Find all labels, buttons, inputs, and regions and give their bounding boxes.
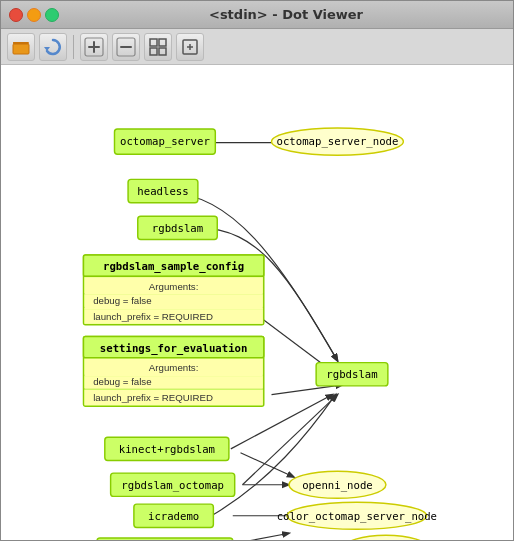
node-octomap-server-label: octomap_server	[120, 135, 210, 148]
node-settings-args-label: Arguments:	[149, 362, 199, 373]
node-rgbdslam-octomap-label: rgbdslam_octomap	[121, 479, 224, 492]
graph-svg: octomap_server octomap_server_node headl…	[1, 65, 513, 540]
node-settings-debug: debug = false	[93, 376, 151, 387]
titlebar: <stdin> - Dot Viewer	[1, 1, 513, 29]
zoom-out-button[interactable]	[112, 33, 140, 61]
node-sample-debug: debug = false	[93, 295, 151, 306]
svg-rect-1	[13, 44, 29, 54]
node-headless-label: headless	[137, 185, 188, 198]
toolbar-separator-1	[73, 35, 74, 59]
node-settings-prefix: launch_prefix = REQUIRED	[93, 392, 213, 403]
svg-rect-2	[13, 42, 29, 44]
svg-rect-11	[150, 48, 157, 55]
window-title: <stdin> - Dot Viewer	[67, 7, 505, 22]
zoom-fit-button[interactable]	[144, 33, 172, 61]
node-sample-args-label: Arguments:	[149, 281, 199, 292]
node-sample-prefix: launch_prefix = REQUIRED	[93, 311, 213, 322]
node-dynparam[interactable]	[343, 535, 428, 540]
window-controls	[9, 8, 59, 22]
svg-rect-5	[88, 46, 100, 48]
node-color-octomap-server[interactable]	[97, 538, 233, 540]
minimize-button[interactable]	[27, 8, 41, 22]
node-openni-label: openni_node	[302, 479, 373, 492]
svg-rect-10	[159, 39, 166, 46]
reload-button[interactable]	[39, 33, 67, 61]
toolbar	[1, 29, 513, 65]
svg-rect-12	[159, 48, 166, 55]
node-octomap-server-node-label: octomap_server_node	[277, 135, 399, 148]
graph-area: octomap_server octomap_server_node headl…	[1, 65, 513, 540]
open-button[interactable]	[7, 33, 35, 61]
close-button[interactable]	[9, 8, 23, 22]
node-rgbdslam-main-label: rgbdslam	[326, 368, 377, 381]
svg-rect-7	[120, 46, 132, 48]
main-window: <stdin> - Dot Viewer	[0, 0, 514, 541]
maximize-button[interactable]	[45, 8, 59, 22]
node-kinect-rgbdslam-label: kinect+rgbdslam	[119, 443, 215, 456]
zoom-in-button[interactable]	[80, 33, 108, 61]
node-settings-label: settings_for_evaluation	[100, 342, 248, 355]
node-rgbdslam-top-label: rgbdslam	[152, 222, 203, 235]
node-sample-config-label: rgbdslam_sample_config	[103, 261, 244, 274]
node-color-octomap-server-node-label: color_octomap_server_node	[277, 510, 437, 523]
svg-rect-9	[150, 39, 157, 46]
node-icrademo-label: icrademo	[148, 510, 199, 523]
svg-marker-3	[44, 47, 50, 51]
zoom-reset-button[interactable]	[176, 33, 204, 61]
